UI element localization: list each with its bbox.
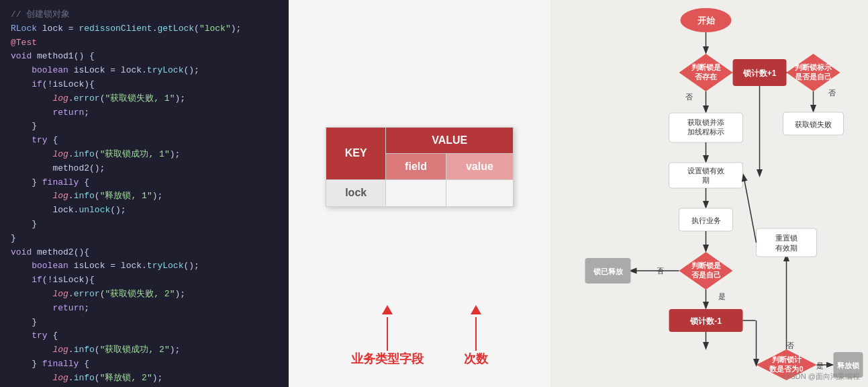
- svg-text:否: 否: [787, 341, 794, 349]
- svg-text:判断锁是: 判断锁是: [691, 261, 721, 269]
- svg-text:执行业务: 执行业务: [691, 216, 721, 224]
- code-type: RLock: [11, 24, 37, 34]
- svg-text:判断锁是: 判断锁是: [691, 63, 721, 71]
- svg-text:否是自己: 否是自己: [691, 271, 721, 279]
- svg-text:加线程标示: 加线程标示: [687, 128, 724, 136]
- svg-text:期: 期: [702, 176, 710, 184]
- svg-text:获取锁并添: 获取锁并添: [687, 118, 724, 126]
- svg-text:获取锁失败: 获取锁失败: [795, 120, 832, 128]
- middle-panel: KEY VALUE field value lock 业务类型字段 次: [289, 0, 550, 387]
- value-sub-header: value: [446, 153, 513, 179]
- value-label-text: 次数: [464, 351, 488, 367]
- svg-text:重置锁: 重置锁: [775, 234, 798, 242]
- svg-text:开始: 开始: [697, 15, 716, 26]
- field-label-text: 业务类型字段: [351, 351, 424, 367]
- value-arrow-line: [475, 317, 477, 351]
- code-panel: // 创建锁对象 RLock lock = redissonClient.get…: [0, 0, 289, 387]
- code-comment-1: // 创建锁对象: [11, 9, 70, 19]
- svg-text:否存在: 否存在: [695, 73, 718, 81]
- svg-text:释放锁: 释放锁: [837, 361, 860, 370]
- svg-text:是: 是: [816, 361, 824, 370]
- flowchart-svg: 开始 判断锁是 否存在 是 否 获取锁并添 加线程标示 设置锁有效 期 执行业务: [550, 0, 868, 387]
- svg-text:锁计数-1: 锁计数-1: [689, 316, 722, 326]
- value-arrow-up: [471, 305, 481, 314]
- svg-text:有效期: 有效期: [775, 244, 798, 252]
- key-header: KEY: [326, 127, 386, 179]
- svg-text:否: 否: [828, 89, 836, 97]
- watermark: CSDN @面向鸿蒙编程: [785, 372, 860, 382]
- right-panel: 开始 判断锁是 否存在 是 否 获取锁并添 加线程标示 设置锁有效 期 执行业务: [550, 0, 868, 387]
- field-header: field: [386, 153, 446, 179]
- svg-text:否: 否: [685, 93, 693, 101]
- hash-table: KEY VALUE field value lock: [326, 127, 514, 207]
- svg-text:是: 是: [718, 292, 726, 300]
- lock-key-cell: lock: [326, 179, 386, 206]
- svg-text:判断锁标示: 判断锁标示: [794, 63, 832, 71]
- svg-text:设置锁有效: 设置锁有效: [687, 167, 724, 175]
- arrows-area: 业务类型字段 次数: [289, 305, 550, 367]
- svg-text:判断锁计: 判断锁计: [771, 355, 802, 363]
- svg-text:锁计数+1: 锁计数+1: [742, 69, 777, 78]
- svg-rect-41: [757, 228, 817, 257]
- field-arrow-up: [382, 305, 393, 314]
- svg-text:是否是自己: 是否是自己: [795, 73, 832, 81]
- code-annotation: @Test: [11, 38, 37, 48]
- value-arrow-label: 次数: [464, 305, 488, 367]
- value-cell: [446, 179, 513, 206]
- field-arrow-label: 业务类型字段: [351, 305, 424, 367]
- field-cell: [386, 179, 446, 206]
- svg-text:锁已释放: 锁已释放: [593, 267, 624, 275]
- field-arrow-line: [387, 317, 388, 351]
- value-header: VALUE: [386, 127, 514, 153]
